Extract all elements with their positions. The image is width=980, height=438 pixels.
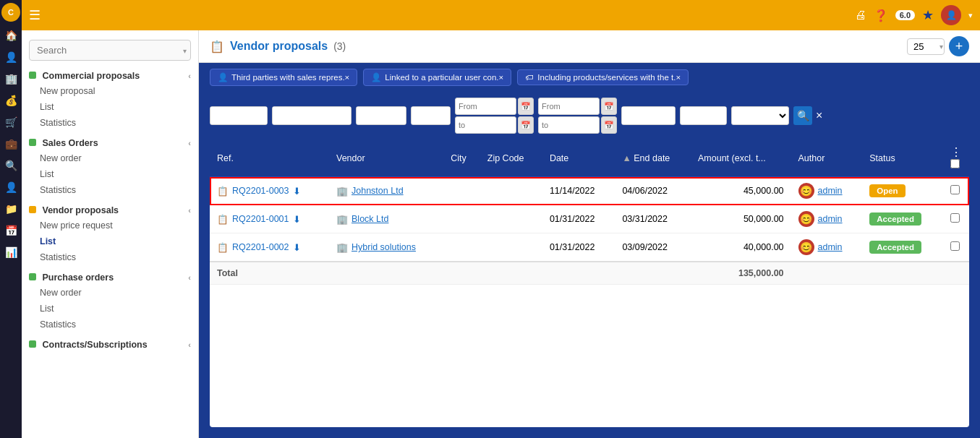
sidebar-section-header-commercial[interactable]: Commercial proposals ‹ bbox=[22, 66, 198, 83]
ref-link-2[interactable]: 📋 RQ2201-0001 ⬇ bbox=[217, 214, 322, 225]
ref-search-cell[interactable] bbox=[210, 106, 268, 125]
hamburger-icon[interactable]: ☰ bbox=[29, 7, 41, 23]
vendor-link-2[interactable]: Block Ltd bbox=[351, 214, 388, 224]
date-cal-btn-1[interactable]: 📅 bbox=[518, 98, 534, 115]
col-end-date[interactable]: ▲ End date bbox=[615, 139, 691, 177]
sidebar-item-statistics-vp[interactable]: Statistics bbox=[22, 249, 198, 265]
clear-search-button[interactable]: × bbox=[816, 109, 822, 122]
author-search-input[interactable] bbox=[681, 107, 726, 124]
building-nav-icon[interactable]: 🏢 bbox=[3, 71, 20, 87]
sidebar-section-header-contracts[interactable]: Contracts/Subscriptions ‹ bbox=[22, 335, 198, 352]
app-logo[interactable]: C bbox=[1, 3, 20, 22]
vendor-link-3[interactable]: Hybrid solutions bbox=[351, 242, 416, 252]
col-date[interactable]: Date bbox=[542, 139, 615, 177]
download-icon-1[interactable]: ⬇ bbox=[293, 186, 301, 197]
filter-chip-1[interactable]: 👤 Third parties with sales repres.× bbox=[210, 69, 357, 86]
main-layout: ▾ Commercial proposals ‹ New proposal Li… bbox=[22, 30, 980, 438]
help-icon[interactable]: ❓ bbox=[874, 9, 888, 22]
col-ref[interactable]: Ref. bbox=[210, 139, 329, 177]
amount-search-input[interactable] bbox=[622, 107, 675, 124]
person-nav-icon[interactable]: 👤 bbox=[3, 179, 20, 195]
status-search-select[interactable]: Open Accepted bbox=[731, 106, 789, 125]
sidebar-item-statistics-so[interactable]: Statistics bbox=[22, 182, 198, 198]
ref-link-1[interactable]: 📋 RQ2201-0003 ⬇ bbox=[217, 186, 322, 197]
calendar-icon[interactable]: 📅 bbox=[3, 223, 20, 239]
col-amount[interactable]: Amount (excl. t... bbox=[691, 139, 791, 177]
download-icon-2[interactable]: ⬇ bbox=[293, 214, 301, 225]
date-cal-btn-2[interactable]: 📅 bbox=[518, 116, 534, 134]
chart-icon[interactable]: 📊 bbox=[3, 244, 20, 260]
search-nav-icon[interactable]: 🔍 bbox=[3, 158, 20, 173]
search-box[interactable]: ▾ bbox=[29, 40, 191, 61]
sidebar-item-new-order-po[interactable]: New order bbox=[22, 285, 198, 301]
amount-search-cell[interactable] bbox=[621, 106, 676, 125]
sidebar-section-label-vendor: Vendor proposals bbox=[42, 205, 119, 215]
sidebar-section-header-vendor[interactable]: Vendor proposals ‹ bbox=[22, 201, 198, 218]
end-date-to-input[interactable] bbox=[538, 116, 600, 134]
sidebar-item-statistics-cp[interactable]: Statistics bbox=[22, 115, 198, 131]
author-link-1[interactable]: admin bbox=[818, 186, 843, 196]
vendor-search-cell[interactable] bbox=[272, 106, 351, 125]
city-search-cell[interactable] bbox=[356, 106, 406, 125]
home-icon[interactable]: 🏠 bbox=[3, 27, 20, 43]
col-status[interactable]: Status bbox=[862, 139, 943, 177]
zip-search-cell[interactable] bbox=[411, 106, 451, 125]
add-button[interactable]: + bbox=[949, 36, 969, 56]
author-search-cell[interactable] bbox=[680, 106, 727, 125]
sidebar-item-new-price-request[interactable]: New price request bbox=[22, 218, 198, 233]
download-icon-3[interactable]: ⬇ bbox=[293, 242, 301, 253]
money-icon[interactable]: 💰 bbox=[3, 93, 20, 108]
author-link-2[interactable]: admin bbox=[818, 214, 843, 224]
col-zip[interactable]: Zip Code bbox=[480, 139, 542, 177]
date-from-input-1[interactable] bbox=[455, 98, 516, 115]
col-city[interactable]: City bbox=[443, 139, 480, 177]
sidebar-item-list-cp[interactable]: List bbox=[22, 99, 198, 115]
cart-icon[interactable]: 🛒 bbox=[3, 114, 20, 130]
sidebar-section-header-sales[interactable]: Sales Orders ‹ bbox=[22, 134, 198, 150]
vendor-link-1[interactable]: Johnston Ltd bbox=[351, 186, 404, 196]
user-dropdown-chevron[interactable]: ▾ bbox=[968, 11, 973, 20]
end-date-cal-btn-2[interactable]: 📅 bbox=[601, 116, 617, 134]
sidebar-item-new-order-so[interactable]: New order bbox=[22, 150, 198, 166]
column-options-icon[interactable]: ⋮ bbox=[950, 146, 962, 158]
briefcase-icon[interactable]: 💼 bbox=[3, 136, 20, 152]
sidebar-section-header-purchase[interactable]: Purchase orders ‹ bbox=[22, 268, 198, 285]
end-date-from-input[interactable] bbox=[538, 98, 600, 115]
zip-cell-3 bbox=[480, 233, 542, 262]
vendor-search-input[interactable] bbox=[273, 107, 351, 124]
folder-icon[interactable]: 📁 bbox=[3, 201, 20, 217]
total-label: Total bbox=[210, 262, 329, 285]
zip-search-input[interactable] bbox=[412, 107, 450, 124]
author-link-3[interactable]: admin bbox=[818, 242, 843, 252]
search-row: 📅 📅 📅 📅 bbox=[199, 92, 980, 139]
filter-chip-2[interactable]: 👤 Linked to a particular user con.× bbox=[363, 69, 511, 86]
ref-link-3[interactable]: 📋 RQ2201-0002 ⬇ bbox=[217, 242, 322, 253]
col-author[interactable]: Author bbox=[791, 139, 863, 177]
end-date-cal-btn-1[interactable]: 📅 bbox=[601, 98, 617, 115]
user-avatar[interactable]: 👤 bbox=[941, 5, 961, 25]
data-table: Ref. Vendor City Zip Code bbox=[210, 139, 969, 285]
sidebar-item-statistics-po[interactable]: Statistics bbox=[22, 317, 198, 332]
sidebar-item-list-vp[interactable]: List bbox=[22, 233, 198, 249]
sidebar-item-list-so[interactable]: List bbox=[22, 166, 198, 182]
user-icon[interactable]: 👤 bbox=[3, 49, 20, 65]
row-checkbox-2[interactable] bbox=[950, 213, 960, 223]
sidebar-item-new-proposal[interactable]: New proposal bbox=[22, 83, 198, 99]
search-input[interactable] bbox=[29, 40, 191, 61]
row-checkbox-1[interactable] bbox=[950, 185, 960, 194]
favorites-star-icon[interactable]: ★ bbox=[922, 7, 934, 23]
date-to-input-1[interactable] bbox=[455, 116, 516, 134]
select-all-checkbox[interactable] bbox=[950, 159, 960, 168]
content-header: 📋 Vendor proposals (3) 25 10 50 100 ▾ + bbox=[199, 30, 980, 63]
col-end-date-label: End date bbox=[634, 153, 670, 163]
search-button[interactable]: 🔍 bbox=[793, 106, 812, 125]
col-vendor[interactable]: Vendor bbox=[329, 139, 443, 177]
ref-search-input[interactable] bbox=[210, 107, 267, 124]
city-cell-3 bbox=[443, 233, 480, 262]
city-search-input[interactable] bbox=[357, 107, 406, 124]
sidebar-item-list-po[interactable]: List bbox=[22, 301, 198, 317]
row-checkbox-3[interactable] bbox=[950, 241, 960, 251]
print-icon[interactable]: 🖨 bbox=[855, 9, 866, 22]
status-badge-2: Accepted bbox=[869, 212, 921, 226]
filter-chip-3[interactable]: 🏷 Including products/services with the t… bbox=[517, 69, 689, 85]
